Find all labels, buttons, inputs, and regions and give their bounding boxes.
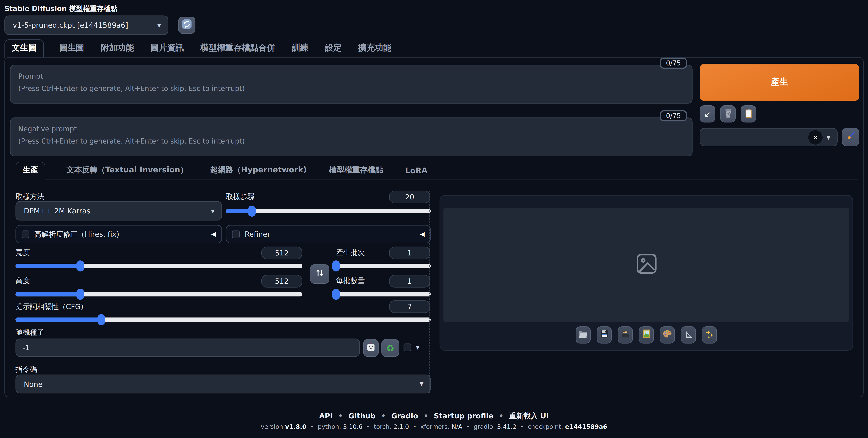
tab-settings[interactable]: 設定 [324, 40, 343, 58]
refresh-checkpoint-button[interactable] [178, 17, 195, 34]
chevron-down-icon: ▼ [211, 208, 221, 213]
tab-extras[interactable]: 附加功能 [100, 40, 135, 58]
python-label: python: [318, 424, 343, 431]
width-label: 寬度 [16, 247, 30, 258]
separator-dot: • [366, 424, 370, 431]
negative-prompt-wrap: 0/75 [10, 117, 692, 158]
negative-prompt-input[interactable] [10, 117, 692, 156]
checkpoint-dropdown[interactable]: v1-5-pruned.ckpt [e1441589a6] ▼ [4, 16, 168, 35]
prompt-token-counter: 0/75 [660, 58, 687, 69]
tab-checkpoint-merger[interactable]: 模型權重存檔點合併 [199, 40, 276, 58]
steps-label: 取樣步驟 [226, 192, 255, 202]
refiner-panel[interactable]: Refiner ◀ [226, 225, 431, 243]
tab-extensions[interactable]: 擴充功能 [357, 40, 393, 58]
tab-train[interactable]: 訓練 [290, 40, 309, 58]
tab-textual-inversion[interactable]: 文本反轉（Textual Inversion） [65, 162, 189, 180]
hires-fix-panel[interactable]: 高解析度修正（Hires. fix) ◀ [16, 225, 222, 243]
hires-fix-checkbox[interactable] [22, 230, 29, 238]
styles-row: × ▼ [700, 128, 859, 146]
checkpoint-label: Stable Diffusion 模型權重存檔點 [4, 4, 117, 14]
tab-png-info[interactable]: 圖片資訊 [149, 40, 185, 58]
collapse-arrow-icon: ◀ [211, 230, 216, 238]
negative-prompt-token-counter: 0/75 [660, 110, 687, 121]
folder-icon [579, 330, 588, 340]
clear-styles-icon[interactable]: × [808, 129, 824, 145]
seed-extra-arrow-icon[interactable]: ▼ [416, 345, 420, 350]
send-to-img2img-button[interactable] [639, 326, 654, 344]
random-seed-button[interactable] [363, 339, 379, 357]
footer-version-info: version:v1.8.0•python: 3.10.6•torch: 2.1… [0, 424, 868, 431]
footer-link-reload-ui[interactable]: 重新載入 UI [509, 412, 549, 420]
version-value: v1.8.0 [285, 424, 307, 431]
image-placeholder-icon [634, 252, 659, 278]
swap-dimensions-button[interactable] [310, 264, 330, 284]
version-label: version: [261, 424, 285, 431]
height-slider[interactable] [16, 289, 302, 300]
separator-dot: • [310, 424, 314, 431]
save-zip-button[interactable] [618, 326, 633, 344]
ruler-icon [684, 329, 692, 341]
send-to-extras-button[interactable] [681, 326, 696, 344]
separator-dot: • [381, 412, 386, 420]
arrow-down-left-icon: ↙ [704, 110, 711, 118]
width-value[interactable]: 512 [261, 246, 302, 259]
seed-extra-checkbox[interactable] [404, 344, 411, 351]
footer-links: API•Github•Gradio•Startup profile•重新載入 U… [0, 411, 868, 421]
refiner-label: Refiner [245, 230, 270, 238]
prompt-column: 0/75 0/75 [10, 65, 692, 158]
txt2img-sub-tab-bar: 生產 文本反轉（Textual Inversion） 超網路（Hypernetw… [16, 165, 858, 180]
separator-dot: • [424, 412, 428, 420]
tab-hypernetwork[interactable]: 超網路（Hypernetwork) [209, 162, 308, 180]
edit-styles-button[interactable] [842, 128, 859, 146]
apply-styles-button[interactable] [741, 105, 756, 122]
batch-count-value[interactable]: 1 [389, 246, 430, 259]
styles-dropdown[interactable]: × ▼ [700, 128, 838, 146]
save-image-button[interactable] [597, 326, 612, 344]
refiner-checkbox[interactable] [232, 230, 240, 238]
main-tab-bar: 文生圖 圖生圖 附加功能 圖片資訊 模型權重存檔點合併 訓練 設定 擴充功能 [4, 44, 864, 58]
gradio-value: 3.41.2 [497, 424, 517, 431]
height-value[interactable]: 512 [261, 275, 302, 288]
footer-link-github[interactable]: Github [348, 412, 376, 420]
sampler-value: DPM++ 2M Karras [16, 207, 211, 215]
tab-txt2img[interactable]: 文生圖 [4, 39, 44, 58]
paste-generation-params-button[interactable]: ↙ [700, 105, 715, 122]
batch-count-slider[interactable] [336, 260, 431, 271]
app-root: Stable Diffusion 模型權重存檔點 v1-5-pruned.ckp… [0, 0, 868, 438]
clear-prompt-button[interactable] [720, 105, 736, 122]
footer-link-api[interactable]: API [319, 412, 333, 420]
prompt-input[interactable] [10, 65, 692, 104]
gallery-toolbar [440, 326, 852, 344]
steps-slider[interactable] [226, 206, 431, 216]
steps-value[interactable]: 20 [389, 191, 430, 203]
prompt-wrap: 0/75 [10, 65, 692, 106]
send-to-inpaint-button[interactable] [660, 326, 675, 344]
torch-value: 2.1.0 [394, 424, 409, 431]
cfg-slider[interactable] [16, 314, 431, 325]
tab-checkpoints[interactable]: 模型權重存檔點 [328, 162, 384, 180]
reuse-seed-button[interactable]: ♻ [381, 339, 399, 357]
open-folder-button[interactable] [576, 326, 591, 344]
separator-dot: • [466, 424, 470, 431]
paintbrush-icon [846, 131, 856, 143]
generation-settings: 取樣方法 取樣步驟 20 DPM++ 2M Karras ▼ 高解析度修正（Hi… [16, 187, 431, 398]
cfg-value[interactable]: 7 [389, 300, 430, 313]
framed-picture-icon [642, 329, 650, 341]
batch-size-value[interactable]: 1 [389, 275, 430, 288]
width-slider[interactable] [16, 260, 302, 271]
seed-input[interactable]: -1 [16, 339, 360, 357]
output-image-area[interactable] [443, 208, 849, 322]
footer-link-startup-profile[interactable]: Startup profile [434, 412, 493, 420]
batch-size-slider[interactable] [336, 289, 431, 300]
sampler-dropdown[interactable]: DPM++ 2M Karras ▼ [16, 201, 222, 221]
footer-link-gradio[interactable]: Gradio [391, 412, 418, 420]
tab-img2img[interactable]: 圖生圖 [58, 40, 85, 58]
collapse-arrow-icon: ◀ [420, 230, 425, 238]
chevron-down-icon: ▼ [420, 381, 430, 387]
create-upscaled-button[interactable] [702, 326, 717, 344]
generate-button[interactable]: 產生 [700, 64, 859, 101]
tab-generation[interactable]: 生產 [16, 162, 45, 180]
output-gallery [440, 195, 853, 351]
tab-lora[interactable]: LoRA [404, 164, 429, 180]
script-dropdown[interactable]: None ▼ [16, 375, 431, 393]
